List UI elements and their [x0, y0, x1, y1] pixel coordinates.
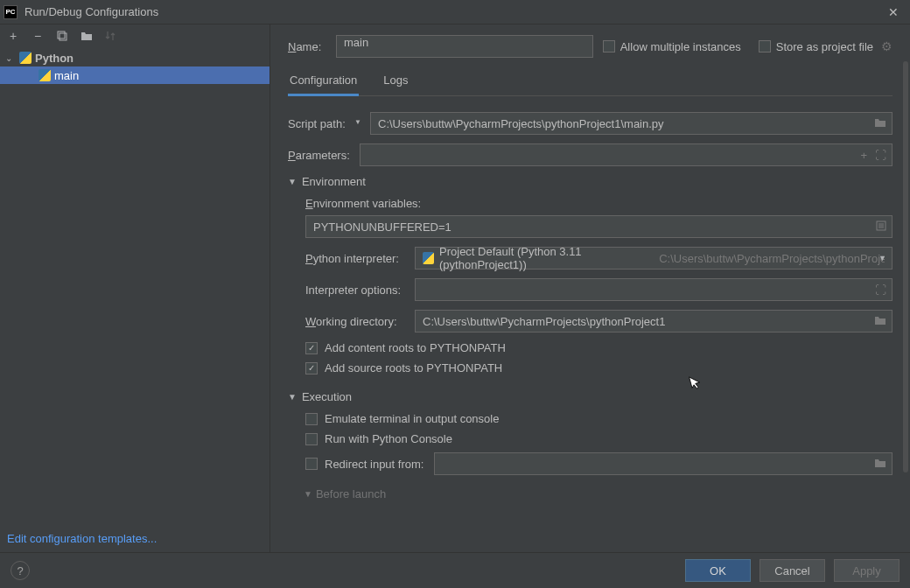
- folder-icon[interactable]: [874, 117, 886, 130]
- python-icon: [19, 52, 32, 64]
- dropdown-arrow-icon: ▼: [878, 254, 886, 262]
- remove-config-button[interactable]: −: [30, 28, 46, 44]
- cancel-button[interactable]: Cancel: [760, 559, 825, 582]
- redirect-input-checkbox[interactable]: [305, 458, 318, 470]
- name-label: Name:: [288, 40, 336, 53]
- folder-config-button[interactable]: [79, 28, 94, 44]
- dropdown-arrow-icon[interactable]: ▼: [354, 118, 365, 129]
- interpreter-label: Python interpreter:: [305, 252, 415, 265]
- tab-logs[interactable]: Logs: [382, 68, 410, 95]
- workdir-input[interactable]: C:\Users\buttw\PycharmProjects\pythonPro…: [415, 310, 892, 332]
- parameters-label: Parameters:: [288, 149, 360, 162]
- script-path-input[interactable]: C:\Users\buttw\PycharmProjects\pythonPro…: [370, 112, 892, 135]
- emulate-terminal-checkbox[interactable]: [305, 413, 318, 425]
- chevron-down-icon[interactable]: ▼: [288, 177, 297, 186]
- allow-multiple-checkbox[interactable]: [603, 40, 615, 52]
- run-python-console-label: Run with Python Console: [325, 432, 452, 445]
- gear-icon[interactable]: ⚙: [880, 40, 892, 52]
- copy-config-button[interactable]: [54, 28, 70, 44]
- add-config-button[interactable]: +: [5, 28, 21, 44]
- folder-icon[interactable]: [874, 458, 886, 471]
- folder-icon[interactable]: [874, 315, 886, 328]
- redirect-input-label: Redirect input from:: [325, 458, 424, 471]
- emulate-terminal-label: Emulate terminal in output console: [325, 412, 499, 425]
- parameters-input[interactable]: + ⛶: [360, 144, 892, 166]
- interp-opts-label: Interpreter options:: [305, 284, 415, 297]
- add-content-roots-checkbox[interactable]: [305, 342, 318, 354]
- execution-section-label: Execution: [302, 390, 352, 403]
- interp-opts-input[interactable]: ⛶: [415, 278, 892, 301]
- env-vars-label: Environment variables:: [305, 197, 892, 210]
- environment-section-label: Environment: [302, 175, 366, 188]
- edit-templates-link[interactable]: Edit configuration templates...: [0, 525, 270, 552]
- sort-config-button[interactable]: [103, 28, 119, 44]
- allow-multiple-label: Allow multiple instances: [620, 40, 741, 53]
- interpreter-path: C:\Users\buttw\PycharmProjects\pythonPro…: [659, 252, 885, 265]
- close-button[interactable]: ✕: [880, 2, 906, 23]
- store-project-label: Store as project file: [776, 40, 873, 53]
- run-python-console-checkbox[interactable]: [305, 433, 318, 445]
- add-content-roots-label: Add content roots to PYTHONPATH: [325, 341, 506, 354]
- tab-configuration[interactable]: Configuration: [288, 68, 359, 95]
- chevron-down-icon: ⌄: [5, 53, 16, 63]
- help-button[interactable]: ?: [10, 561, 30, 580]
- python-icon: [423, 252, 434, 264]
- tree-item-label: main: [54, 69, 79, 82]
- chevron-down-icon[interactable]: ▼: [288, 392, 297, 402]
- env-vars-input[interactable]: PYTHONUNBUFFERED=1: [305, 215, 892, 238]
- interpreter-select[interactable]: Project Default (Python 3.11 (pythonProj…: [415, 247, 892, 270]
- apply-button[interactable]: Apply: [834, 559, 900, 582]
- interpreter-value: Project Default (Python 3.11 (pythonProj…: [439, 245, 655, 271]
- scrollbar[interactable]: [903, 61, 908, 472]
- python-icon: [38, 69, 51, 81]
- add-source-roots-label: Add source roots to PYTHONPATH: [325, 361, 502, 374]
- redirect-input-path[interactable]: [434, 452, 892, 475]
- list-icon[interactable]: [876, 220, 886, 234]
- window-title: Run/Debug Configurations: [24, 5, 880, 18]
- expand-icon[interactable]: ⛶: [875, 149, 886, 162]
- name-input[interactable]: main: [336, 35, 593, 58]
- tree-item-main[interactable]: main: [0, 66, 270, 84]
- tree-root-python[interactable]: ⌄ Python: [0, 49, 270, 66]
- script-path-label: Script path:: [288, 117, 353, 130]
- tree-root-label: Python: [35, 52, 74, 65]
- svg-rect-0: [58, 32, 65, 38]
- chevron-down-icon: ▼: [304, 489, 312, 499]
- ok-button[interactable]: OK: [685, 559, 751, 582]
- plus-icon[interactable]: +: [860, 149, 867, 162]
- workdir-label: Working directory:: [305, 315, 415, 328]
- add-source-roots-checkbox[interactable]: [305, 362, 318, 374]
- expand-icon[interactable]: ⛶: [875, 284, 886, 297]
- store-project-checkbox[interactable]: [759, 40, 771, 52]
- before-launch-label: Before launch: [316, 487, 386, 500]
- svg-rect-1: [60, 33, 66, 40]
- app-icon: PC: [4, 5, 18, 19]
